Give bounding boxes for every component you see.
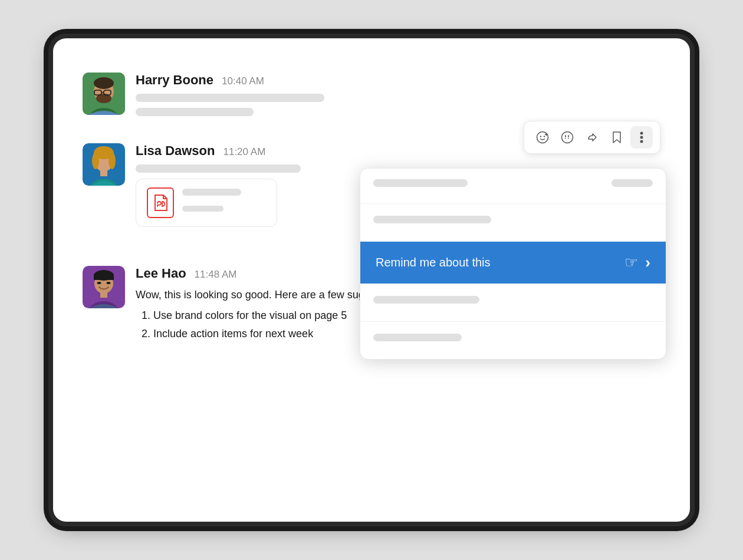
message-body: Harry Boone 10:40 AM — [136, 73, 660, 122]
avatar — [83, 143, 125, 186]
svg-rect-28 — [94, 274, 114, 280]
menu-item[interactable] — [360, 322, 666, 359]
svg-point-13 — [109, 153, 116, 169]
cursor-icon: ☞ — [624, 253, 638, 272]
bookmark-button[interactable] — [606, 126, 628, 149]
svg-point-16 — [540, 136, 541, 137]
chevron-right-icon: › — [645, 253, 650, 272]
context-menu: Remind me about this ☞ › — [360, 168, 666, 360]
messages-list: Harry Boone 10:40 AM — [83, 62, 660, 353]
svg-rect-29 — [100, 292, 107, 298]
menu-placeholder — [373, 296, 479, 304]
message-header: Harry Boone 10:40 AM — [136, 73, 660, 88]
avatar — [83, 73, 125, 115]
svg-point-31 — [107, 282, 111, 284]
svg-point-30 — [97, 282, 101, 284]
svg-rect-14 — [100, 169, 107, 176]
placeholder-line — [136, 164, 301, 173]
menu-item[interactable] — [360, 284, 666, 321]
message-actions-bar — [524, 121, 660, 154]
file-name-line — [182, 189, 241, 196]
message-section: Lisa Dawson 11:20 AM — [83, 133, 660, 238]
sender-name: Harry Boone — [136, 73, 213, 88]
file-size-line — [182, 206, 223, 212]
placeholder-line — [136, 108, 254, 116]
sender-name: Lisa Dawson — [136, 143, 215, 159]
remind-me-button[interactable]: Remind me about this ☞ › — [360, 242, 666, 284]
message-time: 10:40 AM — [222, 75, 264, 87]
svg-point-17 — [544, 136, 545, 137]
add-reaction-button[interactable] — [531, 126, 554, 149]
file-attachment[interactable] — [136, 179, 277, 227]
quote-button[interactable] — [556, 126, 578, 149]
message-time: 11:20 AM — [223, 146, 265, 158]
menu-placeholder — [373, 179, 468, 187]
menu-placeholder — [373, 216, 491, 223]
svg-point-3 — [94, 77, 114, 89]
chat-window: Harry Boone 10:40 AM — [53, 38, 690, 522]
svg-point-20 — [562, 132, 573, 143]
svg-point-22 — [640, 136, 643, 139]
svg-point-21 — [640, 132, 643, 135]
file-lines — [182, 189, 241, 218]
svg-point-12 — [92, 153, 99, 169]
more-button[interactable] — [630, 126, 653, 149]
sender-name: Lee Hao — [136, 266, 186, 281]
menu-item[interactable] — [360, 169, 666, 203]
message-time: 11:48 AM — [195, 269, 237, 281]
remind-label: Remind me about this — [376, 256, 491, 269]
placeholder-line — [136, 94, 324, 102]
pdf-icon — [147, 187, 174, 218]
menu-placeholder — [373, 334, 462, 341]
avatar — [83, 266, 125, 308]
menu-placeholder — [612, 179, 653, 187]
svg-point-23 — [640, 140, 643, 143]
menu-item[interactable] — [360, 204, 666, 241]
forward-button[interactable] — [581, 126, 603, 149]
